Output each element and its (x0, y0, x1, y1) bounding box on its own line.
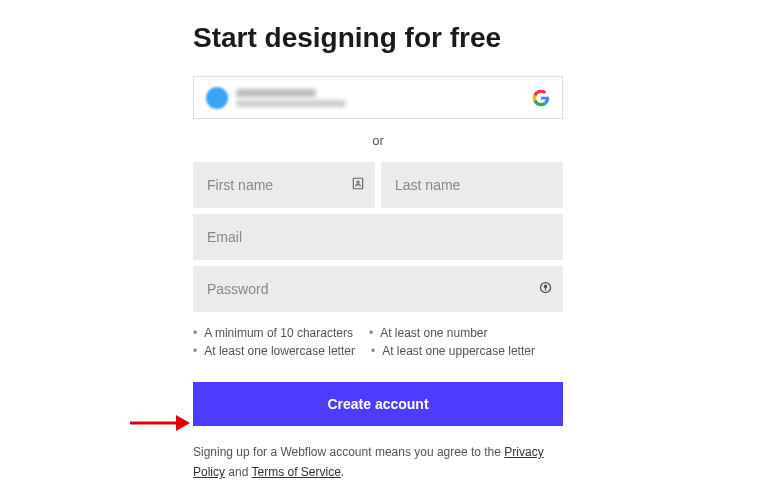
last-name-field[interactable] (381, 162, 563, 208)
google-icon (532, 89, 550, 107)
terms-of-service-link[interactable]: Terms of Service (252, 465, 341, 479)
create-account-button[interactable]: Create account (193, 382, 563, 426)
legal-prefix: Signing up for a Webflow account means y… (193, 445, 504, 459)
google-account-text (236, 89, 532, 107)
divider-text: or (193, 133, 563, 148)
first-name-field[interactable] (193, 162, 375, 208)
legal-text: Signing up for a Webflow account means y… (193, 442, 563, 483)
page-title: Start designing for free (193, 22, 563, 54)
email-field[interactable] (193, 214, 563, 260)
password-hint: At least one uppercase letter (371, 344, 535, 358)
password-field[interactable] (193, 266, 563, 312)
password-requirements: A minimum of 10 characters At least one … (193, 326, 563, 358)
password-hint: At least one number (369, 326, 488, 340)
google-account-avatar (206, 87, 228, 109)
legal-suffix: . (341, 465, 344, 479)
password-hint: A minimum of 10 characters (193, 326, 353, 340)
annotation-arrow-icon (128, 411, 190, 435)
svg-marker-5 (176, 415, 190, 431)
password-hint: At least one lowercase letter (193, 344, 355, 358)
google-signin-button[interactable] (193, 76, 563, 119)
legal-mid: and (225, 465, 251, 479)
